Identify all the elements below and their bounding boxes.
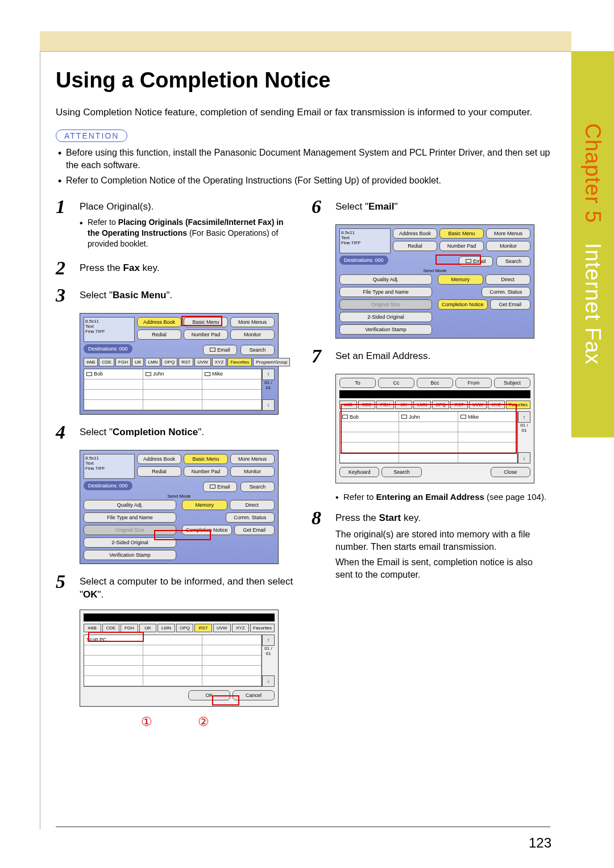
input-bar[interactable] — [339, 390, 530, 398]
quality-adj-button[interactable]: Quality Adj. — [84, 500, 176, 510]
alpha-tab[interactable]: UVW — [469, 400, 487, 409]
alpha-tab[interactable]: FGH — [115, 358, 131, 366]
email-button[interactable]: Email — [459, 256, 493, 266]
list-item[interactable]: Bob — [84, 369, 143, 379]
alpha-tab[interactable]: #AB — [84, 358, 98, 366]
scroll-up-icon: ↑ — [262, 635, 275, 646]
list-item[interactable]: Mike — [202, 369, 262, 379]
bcc-button[interactable]: Bcc — [417, 378, 453, 388]
alpha-tab[interactable]: XYZ — [488, 400, 505, 409]
alpha-tab[interactable]: LMN — [413, 400, 431, 409]
original-size-button[interactable]: Original Size — [339, 299, 432, 310]
address-book-button[interactable]: Address Book — [137, 454, 181, 464]
list-item[interactable]: John — [399, 412, 458, 422]
alpha-tab[interactable]: OPQ — [432, 400, 450, 409]
direct-button[interactable]: Direct — [230, 500, 275, 510]
completion-notice-button[interactable]: Completion Notice — [438, 299, 488, 310]
cc-button[interactable]: Cc — [378, 378, 414, 388]
verification-stamp-button[interactable]: Verification Stamp — [84, 550, 176, 560]
redial-button[interactable]: Redial — [137, 466, 181, 477]
ok-button[interactable]: OK — [188, 690, 230, 700]
alpha-tab[interactable]: OPQ — [161, 358, 177, 366]
mail-icon — [460, 415, 466, 419]
monitor-button[interactable]: Monitor — [486, 241, 530, 251]
list-item[interactable]: John — [143, 369, 202, 379]
alpha-tab[interactable]: XYZ — [232, 624, 250, 632]
basic-menu-button[interactable]: Basic Menu — [439, 228, 484, 239]
search-button[interactable]: Search — [381, 467, 421, 477]
list-item[interactable]: Scott PC — [84, 635, 143, 645]
scrollbar[interactable]: ↑ 01 / 01 ↓ — [262, 369, 275, 411]
to-button[interactable]: To — [339, 378, 376, 388]
address-book-button[interactable]: Address Book — [137, 317, 181, 327]
close-button[interactable]: Close — [491, 467, 530, 477]
quality-adj-button[interactable]: Quality Adj. — [339, 274, 432, 285]
attention-item: Refer to Completion Notice of the Operat… — [58, 174, 550, 187]
program-group-tab[interactable]: Program/Group — [253, 358, 290, 366]
favorites-tab[interactable]: Favorites — [250, 624, 275, 632]
alpha-tab[interactable]: #AB — [84, 624, 101, 632]
alpha-tab[interactable]: CDE — [358, 400, 376, 409]
memory-button[interactable]: Memory — [438, 274, 483, 285]
alpha-tab[interactable]: FGH — [121, 624, 138, 632]
alpha-tab[interactable]: UVW — [194, 358, 211, 366]
monitor-button[interactable]: Monitor — [230, 329, 275, 340]
search-button[interactable]: Search — [240, 482, 275, 492]
comm-status-button[interactable]: Comm. Status — [226, 512, 275, 523]
comm-status-button[interactable]: Comm. Status — [482, 287, 531, 297]
alpha-tab[interactable]: LMN — [145, 358, 160, 366]
alpha-tab[interactable]: #AB — [339, 400, 357, 409]
scroll-down-icon: ↓ — [518, 452, 530, 464]
file-type-button[interactable]: File Type and Name — [339, 287, 432, 297]
keyboard-button[interactable]: Keyboard — [339, 467, 379, 477]
search-button[interactable]: Search — [496, 256, 530, 266]
original-size-button[interactable]: Original Size — [84, 525, 176, 535]
redial-button[interactable]: Redial — [137, 329, 181, 340]
scrollbar[interactable]: ↑ 01 / 01 ↓ — [518, 411, 530, 464]
direct-button[interactable]: Direct — [486, 274, 531, 285]
completion-notice-button[interactable]: Completion Notice — [182, 525, 232, 535]
alpha-tab[interactable]: RST — [194, 624, 212, 632]
number-pad-button[interactable]: Number Pad — [439, 241, 484, 251]
more-menus-button[interactable]: More Menus — [230, 454, 275, 464]
basic-menu-button[interactable]: Basic Menu — [184, 454, 228, 464]
file-type-button[interactable]: File Type and Name — [84, 512, 176, 523]
scrollbar[interactable]: ↑ 01 / 01 ↓ — [262, 635, 275, 687]
favorites-tab[interactable]: Favorites — [227, 358, 252, 366]
alpha-tab[interactable]: XYZ — [212, 358, 227, 366]
alpha-tab[interactable]: UVW — [213, 624, 231, 632]
get-email-button[interactable]: Get Email — [234, 525, 275, 535]
alpha-tab[interactable]: IJK — [395, 400, 413, 409]
verification-stamp-button[interactable]: Verification Stamp — [339, 324, 432, 335]
alpha-tab[interactable]: IJK — [139, 624, 157, 632]
favorites-tab[interactable]: Favorites — [506, 400, 530, 409]
list-item[interactable]: Bob — [340, 412, 399, 422]
email-button[interactable]: Email — [203, 345, 237, 355]
search-button[interactable]: Search — [240, 345, 275, 355]
address-book-button[interactable]: Address Book — [393, 228, 437, 239]
more-menus-button[interactable]: More Menus — [486, 228, 530, 239]
basic-menu-button[interactable]: Basic Menu — [184, 317, 228, 327]
alpha-tab[interactable]: RST — [179, 358, 193, 366]
more-menus-button[interactable]: More Menus — [230, 317, 275, 327]
alpha-tab[interactable]: CDE — [102, 624, 120, 632]
alpha-tab[interactable]: IJK — [132, 358, 144, 366]
cancel-button[interactable]: Cancel — [233, 690, 275, 700]
subject-button[interactable]: Subject — [494, 378, 530, 388]
list-item[interactable]: Mike — [458, 412, 517, 422]
memory-button[interactable]: Memory — [182, 500, 227, 510]
redial-button[interactable]: Redial — [393, 241, 437, 251]
number-pad-button[interactable]: Number Pad — [184, 329, 228, 340]
alpha-tab[interactable]: CDE — [99, 358, 114, 366]
from-button[interactable]: From — [455, 378, 492, 388]
two-sided-button[interactable]: 2-Sided Original — [339, 312, 432, 322]
get-email-button[interactable]: Get Email — [490, 299, 530, 310]
two-sided-button[interactable]: 2-Sided Original — [84, 537, 176, 548]
alpha-tab[interactable]: LMN — [157, 624, 175, 632]
alpha-tab[interactable]: FGH — [376, 400, 394, 409]
email-button[interactable]: Email — [203, 482, 237, 492]
alpha-tab[interactable]: RST — [450, 400, 468, 409]
alpha-tab[interactable]: OPQ — [176, 624, 194, 632]
monitor-button[interactable]: Monitor — [230, 466, 275, 477]
number-pad-button[interactable]: Number Pad — [184, 466, 228, 477]
